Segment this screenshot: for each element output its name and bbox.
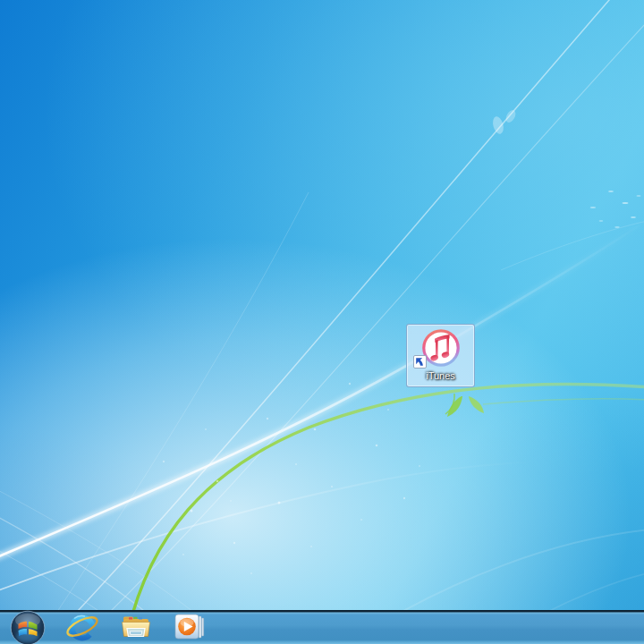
shortcut-arrow-icon — [413, 355, 427, 369]
folder-icon — [118, 609, 154, 644]
desktop[interactable]: iTunes — [0, 0, 644, 644]
start-button[interactable] — [7, 610, 55, 644]
internet-explorer-icon — [64, 609, 100, 644]
windows-logo-icon — [7, 610, 48, 644]
wallpaper-art — [0, 0, 644, 644]
taskbar-item-windows-explorer[interactable] — [109, 610, 163, 644]
taskbar-item-internet-explorer[interactable] — [55, 610, 109, 644]
taskbar-item-windows-media-player[interactable] — [163, 610, 216, 644]
media-player-icon — [172, 609, 208, 644]
taskbar — [0, 610, 644, 644]
itunes-icon — [419, 326, 462, 369]
desktop-icon-itunes[interactable]: iTunes — [406, 324, 475, 387]
desktop-icon-label: iTunes — [426, 370, 455, 382]
